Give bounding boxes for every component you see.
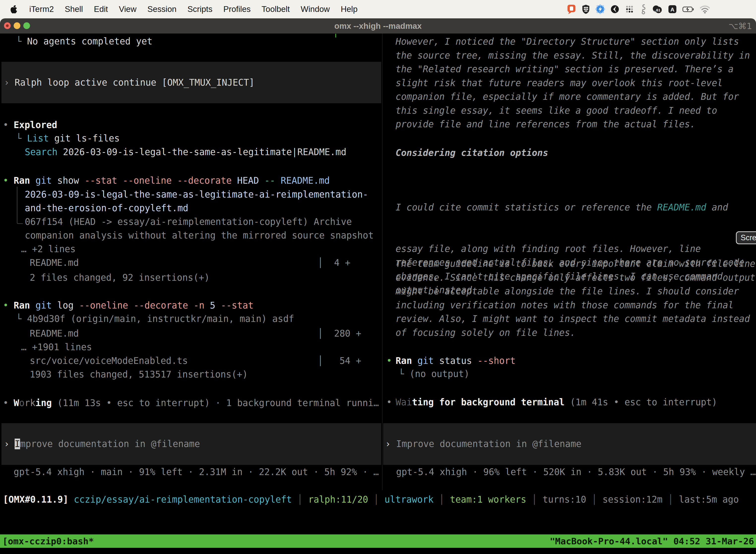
explored-search-line: Search 2026-03-09-is-legal-the-same-as-l…	[25, 145, 346, 159]
git-log-commit-line: └ 4b9d30f (origin/main, instructkr/main,…	[16, 312, 294, 326]
menu-item[interactable]: Edit	[94, 4, 108, 14]
shield-grid-icon[interactable]	[581, 4, 591, 14]
pane-status-line: gpt-5.4 xhigh · 96% left · 520K in · 5.8…	[396, 465, 756, 479]
git-show-commit-line: companion analysis without altering the …	[25, 229, 374, 242]
window-title: omx --xhigh --madmax	[0, 18, 756, 34]
bullet-icon: •	[386, 354, 392, 368]
play-circle-icon[interactable]	[610, 4, 620, 14]
explored-title: Explored	[14, 118, 57, 132]
no-output-line: └ (no output)	[398, 367, 469, 381]
git-status-command: Ran git status --short	[396, 354, 515, 368]
prompt-input-text: Improve documentation in @filename	[15, 437, 200, 451]
bullet-icon: •	[3, 118, 8, 132]
left-pane: └ No agents completed yet › Ralph loop a…	[0, 34, 382, 490]
prompt-input[interactable]: › Improve documentation in @filename	[383, 423, 756, 465]
wifi-icon[interactable]	[699, 4, 711, 14]
prompt-chevron: ›	[385, 437, 391, 451]
reasoning-line: I could cite commit statistics or refere…	[396, 201, 744, 214]
reasoning-lines: essay file, along with finding root file…	[396, 242, 744, 256]
menu-item[interactable]: Scripts	[188, 4, 212, 14]
stat-filename: src/voice/voiceModeEnabled.ts	[30, 354, 188, 368]
blue-bolt-badge-icon[interactable]	[595, 4, 606, 14]
ralph-loop-box[interactable]: › Ralph loop active continue [OMX_TMUX_I…	[1, 62, 381, 103]
pane-divider	[382, 34, 383, 490]
apple-menu-icon[interactable]	[9, 4, 18, 14]
reasoning-heading: Considering citation options	[396, 146, 548, 160]
stat-count: │ 280 +	[318, 327, 361, 340]
screen-pill-label: Scre	[741, 233, 756, 242]
menu-item[interactable]: View	[119, 4, 136, 14]
stat-summary: 2 files changed, 92 insertions(+)	[30, 271, 209, 284]
bullet-icon: •	[386, 395, 392, 409]
prompt-chevron: ›	[4, 76, 9, 89]
stat-filename: README.md	[30, 256, 79, 270]
menu-item[interactable]: Toolbelt	[262, 4, 290, 14]
reasoning-paragraph: However, I noticed the "Directory Struct…	[396, 35, 750, 131]
tree-connector	[17, 187, 23, 224]
truncation-line: … +1901 lines	[21, 340, 92, 354]
prompt-chevron: ›	[4, 437, 9, 451]
bullet-icon: •	[3, 174, 8, 187]
pane-status-line: gpt-5.4 xhigh · main · 91% left · 2.31M …	[14, 465, 379, 479]
working-status-line: Working (11m 13s • esc to interrupt) · 1…	[14, 396, 379, 410]
bullet-icon: •	[3, 396, 8, 410]
git-show-arg-cont: 2026-03-09-is-legal-the-same-as-legitima…	[25, 188, 368, 201]
menu-item[interactable]: Window	[301, 4, 330, 14]
window-shortcut-badge: ⌥⌘1	[729, 18, 752, 34]
menu-item[interactable]: Help	[341, 4, 358, 14]
git-show-arg-cont: and-the-erosion-of-copyleft.md	[25, 201, 188, 215]
agents-status-line: └ No agents completed yet	[16, 35, 152, 48]
battery-badge-label: ..61	[654, 8, 660, 12]
reasoning-paragraph: The team guideline is to back every impo…	[396, 257, 755, 340]
tmux-host-clock-label: "MacBook-Pro-44.local" 04:52 31-Mar-26	[550, 536, 756, 546]
hook-icon[interactable]	[639, 4, 647, 15]
tmux-session-label: [omx-cczip0:bash*	[0, 536, 94, 546]
right-pane: However, I noticed the "Directory Struct…	[383, 34, 756, 490]
prompt-input[interactable]: › Improve documentation in @filename	[1, 423, 381, 465]
menu-bar: iTerm2 Shell Edit View Session Scripts P…	[0, 0, 756, 18]
git-log-command: Ran git log --oneline --decorate -n 5 --…	[14, 298, 253, 312]
bullet-icon: •	[3, 298, 8, 312]
menu-item[interactable]: Session	[147, 4, 176, 14]
stat-count: │ 4 +	[318, 256, 351, 270]
omx-status-bar: [OMX#0.11.9] cczip/essay/ai-reimplementa…	[3, 493, 739, 506]
letter-a-icon[interactable]: A	[667, 4, 678, 14]
menu-item[interactable]: iTerm2	[29, 4, 54, 14]
truncation-line: … +2 lines	[21, 242, 76, 256]
menu-item[interactable]: Profiles	[224, 4, 251, 14]
ralph-loop-text: Ralph loop active continue [OMX_TMUX_INJ…	[15, 76, 254, 89]
dots-grid-icon[interactable]	[624, 4, 635, 14]
screen-recording-icon[interactable]	[566, 4, 577, 15]
terminal: └ No agents completed yet › Ralph loop a…	[0, 34, 756, 554]
letter-a-label: A	[671, 6, 674, 13]
waiting-status-line: Waiting for background terminal (1m 41s …	[396, 395, 717, 409]
stat-summary: 1903 files changed, 513517 insertions(+)	[30, 368, 248, 381]
battery-61-badge-icon[interactable]: ..61	[651, 4, 663, 14]
git-show-commit-line: 067f154 (HEAD -> essay/ai-reimplementati…	[25, 215, 352, 229]
stat-filename: README.md	[30, 327, 79, 340]
screen: iTerm2 Shell Edit View Session Scripts P…	[0, 0, 756, 554]
menubar-status-icons: ..61 A	[566, 0, 711, 18]
stat-count: │ 54 +	[318, 354, 361, 368]
prompt-input-text: Improve documentation in @filename	[396, 437, 581, 451]
battery-charging-icon[interactable]	[682, 4, 695, 14]
menu-item[interactable]: Shell	[65, 4, 83, 14]
screen-pill-overlay[interactable]: Scre	[736, 231, 756, 244]
git-show-command: Ran git show --stat --oneline --decorate…	[14, 174, 330, 187]
explored-list-line: └ List git ls-files	[16, 131, 120, 145]
tmux-status-bar: [omx-cczip0:bash* "MacBook-Pro-44.local"…	[0, 535, 756, 548]
